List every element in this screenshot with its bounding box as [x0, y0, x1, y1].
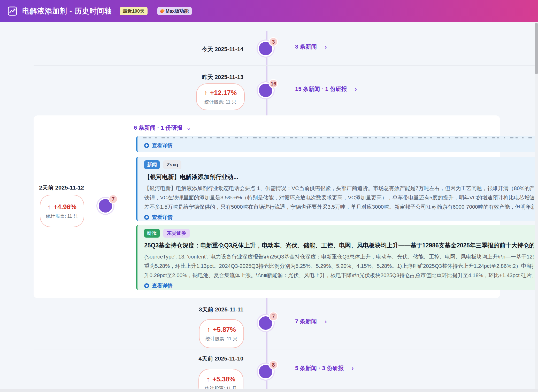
- change-percent: +5.87%: [213, 326, 236, 334]
- view-detail-link[interactable]: 查看详情: [144, 142, 534, 149]
- report-body: {'sourceType': 13, 'content': '电力设备行业深度报…: [144, 252, 534, 280]
- source-badge: Zsxq: [163, 160, 181, 169]
- entry-date: 3天前 2025-11-11: [163, 306, 243, 313]
- change-percent: +5.38%: [212, 375, 235, 383]
- news-card-clipped: 查看详情: [136, 136, 538, 152]
- page-title: 电解液添加剂 - 历史时间轴: [22, 6, 112, 16]
- count-badge: 16: [269, 79, 278, 88]
- news-body: 【银河电新】电解液添加剂行业动态电话会要点 1、供需情况：VC当前供需很紧，头部…: [144, 184, 534, 211]
- change-percent: +4.96%: [53, 203, 76, 211]
- clipped-text-fragment: [143, 137, 534, 139]
- entry-date: 今天 2025-11-14: [163, 45, 243, 53]
- count-badge: 7: [269, 312, 278, 321]
- range-badge: 最近100天: [120, 7, 148, 15]
- row-divider: [34, 65, 538, 66]
- report-title: 25Q3基金持仓深度：电新重仓Q3总体上升，电动车、光伏、储能、工控、电网、风电…: [144, 241, 534, 249]
- stocks-count: 统计股票: 11 只: [204, 99, 236, 105]
- entry-date: 4天前 2025-11-10: [163, 355, 243, 363]
- timeline-node[interactable]: 3: [258, 41, 274, 57]
- eye-icon: [144, 283, 149, 288]
- stocks-count: 统计股票: 11 只: [46, 213, 78, 219]
- arrow-up-icon: ↑: [204, 89, 207, 97]
- max-feature-badge: Max版功能: [157, 7, 192, 15]
- chevron-down-icon: ⌄: [186, 124, 191, 131]
- arrow-up-icon: ↑: [207, 326, 210, 334]
- vertical-scrollbar-thumb[interactable]: [535, 23, 538, 74]
- fire-icon: [159, 9, 165, 14]
- change-pill: ↑ +5.87% 统计股票: 11 只: [199, 319, 244, 348]
- count-badge: 7: [109, 194, 118, 204]
- vertical-scrollbar-track[interactable]: [535, 22, 538, 389]
- entry-news-link[interactable]: 7 条新闻 ›: [295, 318, 327, 325]
- change-percent: +12.17%: [210, 89, 237, 97]
- news-title: 【银河电新】电解液添加剂行业动...: [144, 173, 534, 181]
- trend-chart-icon: [7, 6, 18, 16]
- change-pill: ↑ +12.17% 统计股票: 11 只: [196, 83, 245, 110]
- news-card: 新闻 Zsxq 【银河电新】电解液添加剂行业动... 【银河电新】电解液添加剂行…: [136, 157, 538, 221]
- count-badge: 8: [269, 360, 278, 370]
- entry-date: 昨天 2025-11-13: [163, 73, 243, 81]
- timeline-node[interactable]: 16: [258, 82, 274, 98]
- eye-icon: [144, 215, 149, 220]
- source-badge: 东吴证券: [163, 229, 190, 238]
- row-divider: [34, 349, 538, 349]
- eye-icon: [144, 143, 149, 148]
- category-badge-report: 研报: [144, 229, 160, 238]
- report-card: 研报 东吴证券 25Q3基金持仓深度：电新重仓Q3总体上升，电动车、光伏、储能、…: [136, 225, 538, 290]
- chevron-right-icon: ›: [325, 319, 327, 324]
- stocks-count: 统计股票: 11 只: [205, 336, 237, 342]
- timeline-node[interactable]: 7: [97, 198, 113, 214]
- category-badge-news: 新闻: [144, 160, 160, 169]
- arrow-up-icon: ↑: [206, 375, 210, 383]
- header-bar: 电解液添加剂 - 历史时间轴 最近100天 Max版功能: [0, 0, 538, 22]
- entry-news-link[interactable]: 3 条新闻 ›: [295, 43, 327, 51]
- arrow-up-icon: ↑: [48, 203, 51, 211]
- chevron-right-icon: ›: [355, 86, 357, 92]
- entry-news-link[interactable]: 15 条新闻 · 1 份研报 ›: [295, 85, 357, 93]
- timeline-node[interactable]: 7: [258, 315, 274, 331]
- chevron-right-icon: ›: [351, 365, 354, 371]
- expanded-summary-toggle[interactable]: 6 条新闻 · 1 份研报 ⌄: [134, 124, 191, 132]
- timeline-node[interactable]: 8: [258, 364, 274, 380]
- view-detail-link[interactable]: 查看详情: [144, 282, 534, 289]
- entry-news-link[interactable]: 5 条新闻 · 3 份研报 ›: [295, 364, 354, 372]
- chevron-right-icon: ›: [325, 44, 327, 50]
- entry-date: 2天前 2025-11-12: [4, 184, 84, 192]
- app-window: 今天 2025-11-14 3 3 条新闻 › 昨天 2025-11-13 ↑ …: [0, 0, 538, 392]
- view-detail-link[interactable]: 查看详情: [144, 214, 534, 221]
- change-pill: ↑ +4.96% 统计股票: 11 只: [40, 195, 84, 227]
- count-badge: 3: [269, 37, 278, 46]
- horizontal-scrollbar-track[interactable]: [0, 389, 538, 392]
